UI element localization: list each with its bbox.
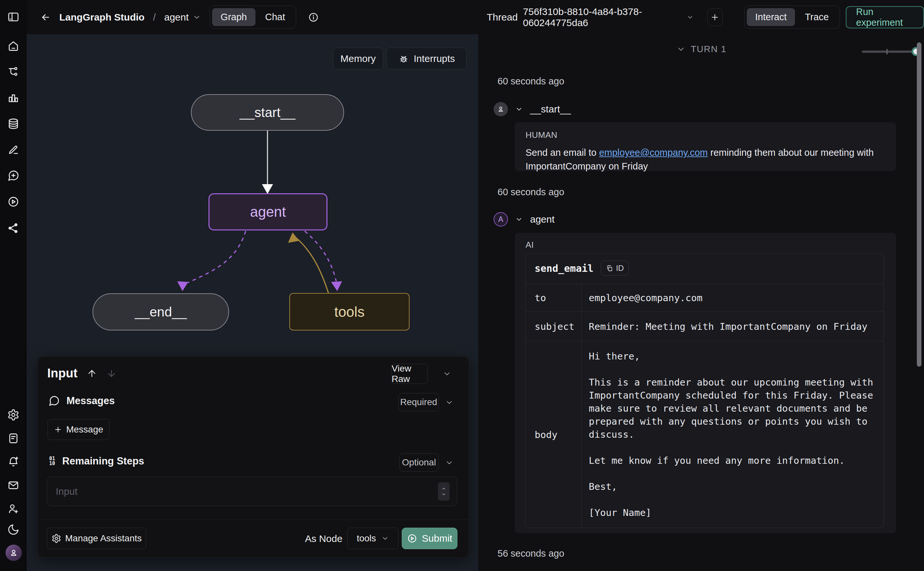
node-agent[interactable]: agent <box>208 193 328 230</box>
tab-chat[interactable]: Chat <box>257 8 294 26</box>
footer-divider <box>38 520 469 520</box>
node-start-label: __start__ <box>240 105 296 120</box>
info-icon[interactable] <box>308 12 319 23</box>
arg-value-subject: Reminder: Meeting with ImportantCompany … <box>582 312 884 341</box>
bell-plus-icon[interactable] <box>7 455 20 468</box>
copy-icon <box>606 264 613 272</box>
input-panel: Input View Raw Messages Required Message… <box>37 356 469 558</box>
thread-chevron-icon[interactable] <box>687 13 694 22</box>
manage-assistants-button[interactable]: Manage Assistants <box>47 528 146 549</box>
footer-timestamp: 56 seconds ago <box>497 548 564 559</box>
graph-name: agent <box>164 12 189 23</box>
messages-chevron-icon[interactable] <box>445 398 454 407</box>
human-message-text: Send an email to employee@company.com re… <box>525 146 884 173</box>
human-role-label: HUMAN <box>525 130 557 140</box>
as-node-label: As Node <box>305 533 342 544</box>
message-plus-icon[interactable] <box>7 170 20 182</box>
node-end[interactable]: __end__ <box>92 293 229 330</box>
tool-name: send_email <box>534 263 594 274</box>
back-arrow-icon[interactable] <box>40 12 51 23</box>
graph-selector[interactable]: agent <box>164 12 201 23</box>
copy-id-badge[interactable]: ID <box>601 261 629 276</box>
tab-graph[interactable]: Graph <box>212 8 256 26</box>
user-plus-icon[interactable] <box>7 503 20 515</box>
bar-chart-icon[interactable] <box>7 92 20 104</box>
breadcrumb-separator: / <box>153 12 156 23</box>
submit-button[interactable]: Submit <box>402 528 457 549</box>
user-avatar[interactable] <box>6 545 22 561</box>
node-agent-label: agent <box>250 204 286 220</box>
node-tools[interactable]: tools <box>290 293 410 330</box>
sidebar-toggle-icon[interactable] <box>7 11 20 23</box>
timeline-slider[interactable] <box>862 51 916 53</box>
chevron-down-icon[interactable] <box>515 105 523 113</box>
input-collapse-chevron-icon[interactable] <box>443 370 451 378</box>
messages-required-badge: Required <box>399 393 439 411</box>
remaining-steps-chevron-icon[interactable] <box>445 458 454 467</box>
moon-icon[interactable] <box>7 523 20 536</box>
tool-arg-row-to: to employee@company.com <box>525 284 884 312</box>
notes-icon[interactable] <box>7 432 20 444</box>
share-icon[interactable] <box>7 222 20 235</box>
arrow-down-icon[interactable] <box>106 368 117 379</box>
play-circle-icon[interactable] <box>7 196 20 208</box>
add-message-button[interactable]: Message <box>48 419 109 440</box>
as-node-value: tools <box>357 533 376 544</box>
agent-avatar: A <box>494 212 508 227</box>
id-badge-label: ID <box>616 264 624 273</box>
arrow-up-icon[interactable] <box>87 368 97 379</box>
tab-trace[interactable]: Trace <box>796 8 837 26</box>
chevron-down-icon <box>192 13 201 22</box>
node-start[interactable]: __start__ <box>191 94 344 131</box>
mail-icon[interactable] <box>7 479 20 491</box>
arg-value-to: employee@company.com <box>582 284 884 312</box>
plus-icon <box>54 425 62 434</box>
tool-arg-row-body: body Hi there, This is a reminder about … <box>525 341 884 528</box>
thread-label: Thread <box>487 12 518 23</box>
agent-event-header[interactable]: A agent <box>494 212 554 227</box>
home-icon[interactable] <box>7 40 20 52</box>
human-timestamp: 60 seconds ago <box>497 76 564 87</box>
add-message-label: Message <box>66 424 103 435</box>
play-circle-icon <box>407 533 417 544</box>
run-experiment-button[interactable]: Run experiment <box>846 6 924 28</box>
database-icon[interactable] <box>7 118 20 130</box>
tab-interact[interactable]: Interact <box>747 8 795 26</box>
messages-field-label: Messages <box>66 395 115 407</box>
turn-chevron-icon <box>676 45 685 54</box>
chevron-down-icon[interactable] <box>515 215 523 223</box>
pencil-icon[interactable] <box>7 144 20 156</box>
human-node-label: __start__ <box>530 103 571 115</box>
arg-value-body: Hi there, This is a reminder about our u… <box>582 341 884 528</box>
tool-call-box: send_email ID to employee@company.com su… <box>525 253 884 528</box>
new-thread-button[interactable] <box>707 8 723 26</box>
gear-icon <box>51 534 61 543</box>
email-link[interactable]: employee@company.com <box>599 147 708 158</box>
topbar-right: Thread 756f310b-8810-4a84-b378-060244775… <box>487 0 924 34</box>
remaining-steps-field-label: Remaining Steps <box>62 455 144 467</box>
settings-icon[interactable] <box>7 409 20 421</box>
human-message-card: HUMAN Send an email to employee@company.… <box>515 122 896 171</box>
sidebar <box>0 0 27 571</box>
turn-header[interactable]: TURN 1 <box>479 44 924 54</box>
tool-arg-row-subject: subject Reminder: Meeting with Important… <box>525 312 884 341</box>
manage-assistants-label: Manage Assistants <box>65 533 142 544</box>
panel-scrollbar[interactable] <box>917 42 921 367</box>
view-raw-button[interactable]: View Raw <box>391 364 428 384</box>
message-circle-icon <box>48 395 60 407</box>
as-node-dropdown[interactable]: tools <box>347 528 399 549</box>
human-avatar <box>494 102 508 116</box>
number-stepper[interactable] <box>438 482 450 501</box>
binary-icon: 01 10 <box>49 456 55 466</box>
submit-label: Submit <box>422 533 452 544</box>
agent-message-card: AI send_email ID to employee@company.com <box>515 233 896 533</box>
timeline-slider-tick <box>887 49 887 54</box>
workflow-icon[interactable] <box>7 65 20 78</box>
interact-trace-tabs: Interact Trace <box>744 6 840 29</box>
ai-role-label: AI <box>525 240 534 250</box>
chevron-up-icon <box>440 486 447 491</box>
view-mode-tabs: Graph Chat <box>209 6 296 29</box>
human-event-header[interactable]: __start__ <box>494 102 571 116</box>
remaining-steps-input[interactable] <box>47 477 457 506</box>
turn-label: TURN 1 <box>691 44 727 54</box>
